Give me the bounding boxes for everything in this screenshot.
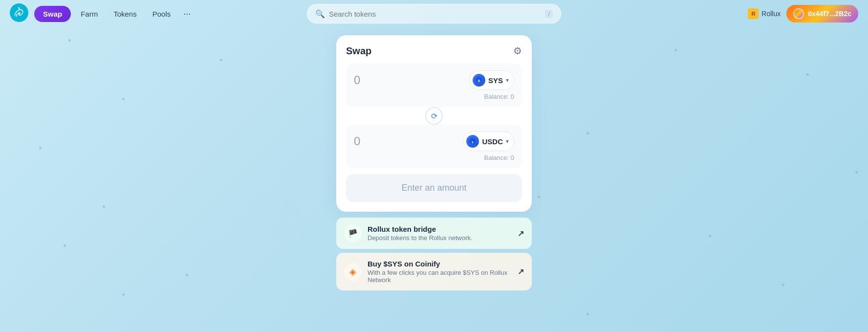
swap-card-title: Swap — [346, 45, 371, 57]
bridge-icon: 🏴 — [348, 229, 358, 238]
swap-card-header: Swap ⚙ — [346, 45, 522, 57]
tokens-nav-button[interactable]: Tokens — [108, 6, 143, 22]
coinify-card[interactable]: ◈ Buy $SYS on Coinify With a few clicks … — [336, 253, 532, 290]
bridge-card-arrow-icon: ↗ — [518, 229, 524, 238]
search-icon: 🔍 — [315, 9, 325, 19]
bridge-card-text: Rollux token bridge Deposit tokens to th… — [368, 225, 512, 242]
header-right: R Rollux 0x44f7...2B2c — [748, 5, 858, 22]
search-input[interactable] — [329, 10, 541, 18]
enter-amount-button[interactable]: Enter an amount — [346, 174, 522, 202]
to-balance: Balance: 0 — [354, 154, 514, 161]
coinify-card-arrow-icon: ↗ — [518, 267, 524, 276]
bridge-card-title: Rollux token bridge — [368, 225, 512, 233]
coinify-icon: ◈ — [349, 266, 356, 277]
swap-arrows-icon: ⟳ — [431, 111, 437, 121]
coinify-card-description: With a few clicks you can acquire $SYS o… — [368, 269, 512, 284]
swap-nav-button[interactable]: Swap — [34, 6, 71, 22]
settings-button[interactable]: ⚙ — [513, 45, 522, 57]
wallet-avatar — [793, 8, 804, 19]
svg-text:S: S — [477, 79, 480, 83]
more-nav-button[interactable]: ··· — [180, 5, 194, 23]
sys-token-icon: S — [473, 74, 485, 87]
to-token-chevron-icon: ▾ — [506, 138, 509, 145]
from-token-selector[interactable]: S SYS ▾ — [469, 70, 514, 90]
from-token-row: S SYS ▾ — [354, 70, 514, 90]
swap-arrow-container: ⟳ — [346, 107, 522, 125]
pools-nav-button[interactable]: Pools — [147, 6, 177, 22]
wallet-button[interactable]: 0x44f7...2B2c — [786, 5, 858, 22]
bridge-card-icon: 🏴 — [344, 224, 362, 242]
from-token-name: SYS — [488, 76, 503, 85]
rollux-label: R Rollux — [748, 8, 781, 19]
to-token-name: USDC — [482, 137, 503, 146]
info-cards: 🏴 Rollux token bridge Deposit tokens to … — [336, 218, 532, 290]
wallet-address: 0x44f7...2B2c — [808, 10, 851, 18]
farm-nav-button[interactable]: Farm — [75, 6, 104, 22]
main-content: Swap ⚙ S SYS ▾ Bala — [0, 27, 868, 290]
coinify-card-title: Buy $SYS on Coinify — [368, 260, 512, 268]
rollux-icon: R — [748, 8, 759, 19]
to-token-row: $ USDC ▾ — [354, 132, 514, 151]
search-shortcut: / — [545, 10, 553, 18]
logo — [10, 3, 30, 24]
to-amount-input[interactable] — [354, 134, 434, 148]
coinify-card-text: Buy $SYS on Coinify With a few clicks yo… — [368, 260, 512, 284]
bridge-card-description: Deposit tokens to the Rollux network. — [368, 234, 512, 242]
navbar: Swap Farm Tokens Pools ··· 🔍 / R Rollux … — [0, 0, 868, 27]
coinify-card-icon: ◈ — [344, 263, 362, 281]
search-bar: 🔍 / — [307, 4, 561, 23]
swap-direction-button[interactable]: ⟳ — [425, 107, 443, 125]
to-token-selector[interactable]: $ USDC ▾ — [463, 132, 514, 151]
rollux-text: Rollux — [761, 10, 781, 18]
bridge-card[interactable]: 🏴 Rollux token bridge Deposit tokens to … — [336, 218, 532, 249]
usdc-token-icon: $ — [466, 135, 479, 148]
from-balance: Balance: 0 — [354, 93, 514, 100]
from-token-chevron-icon: ▾ — [506, 77, 509, 84]
swap-card: Swap ⚙ S SYS ▾ Bala — [336, 35, 532, 212]
from-amount-input[interactable] — [354, 73, 434, 87]
to-token-box: $ USDC ▾ Balance: 0 — [346, 125, 522, 168]
from-token-box: S SYS ▾ Balance: 0 — [346, 64, 522, 107]
